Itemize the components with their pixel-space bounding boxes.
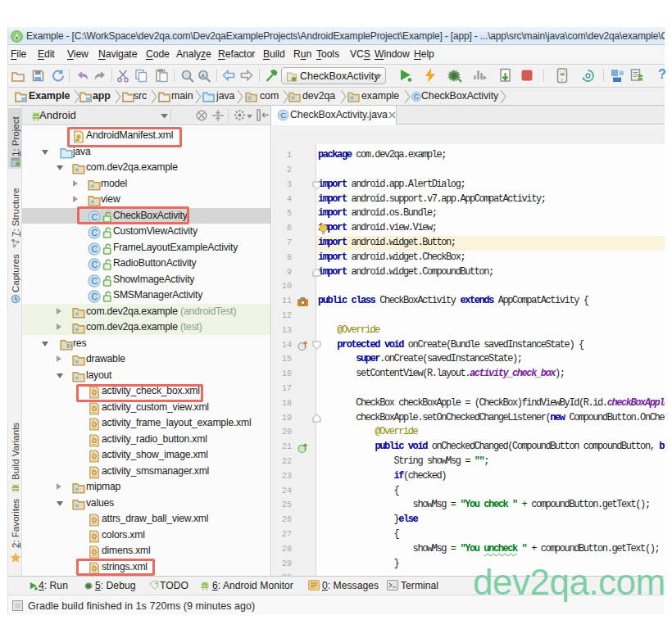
svg-text:C: C [91, 229, 98, 238]
svg-text:C: C [280, 111, 286, 120]
svg-text:C: C [91, 244, 98, 253]
svg-text:C: C [91, 276, 98, 285]
svg-text:C: C [91, 260, 98, 269]
svg-text:C: C [91, 292, 98, 301]
svg-text:A: A [201, 73, 205, 79]
